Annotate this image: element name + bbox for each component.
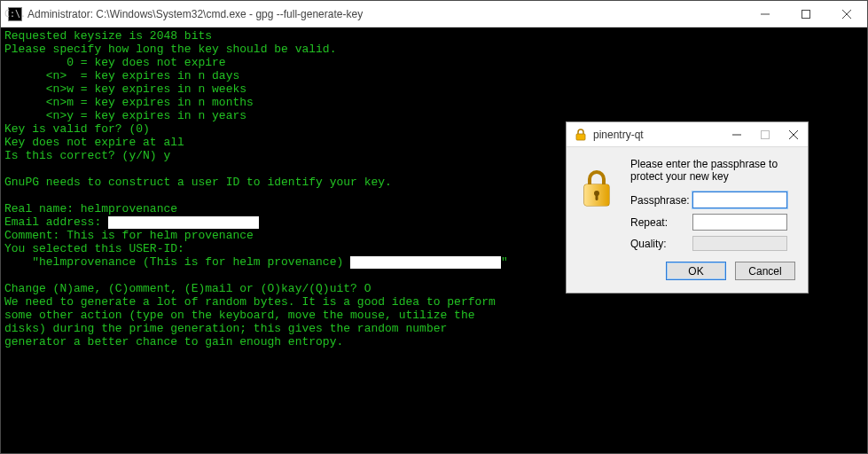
cmd-line: GnuPG needs to construct a user ID to id… bbox=[4, 176, 392, 189]
cmd-line: Is this correct? (y/N) y bbox=[4, 149, 170, 162]
passphrase-label: Passphrase: bbox=[630, 194, 692, 207]
cmd-line: Key is valid for? (0) bbox=[4, 122, 150, 136]
window-controls bbox=[745, 1, 867, 27]
cmd-line: <n>y = key expires in n years bbox=[4, 109, 246, 122]
cmd-title: Administrator: C:\Windows\System32\cmd.e… bbox=[27, 8, 745, 20]
redacted-email bbox=[108, 216, 259, 229]
minimize-button[interactable] bbox=[745, 1, 786, 27]
cmd-line: Requested keysize is 2048 bits bbox=[4, 29, 212, 43]
close-icon bbox=[789, 130, 798, 139]
repeat-label: Repeat: bbox=[630, 216, 692, 229]
cmd-line: some other action (type on the keyboard,… bbox=[4, 309, 475, 322]
cancel-button[interactable]: Cancel bbox=[735, 262, 795, 280]
cmd-line: Real name: helmprovenance bbox=[4, 202, 177, 215]
pinentry-title: pinentry-qt bbox=[593, 129, 723, 141]
passphrase-input[interactable] bbox=[692, 192, 787, 208]
pinentry-body: Please enter the passphrase to protect y… bbox=[567, 147, 808, 293]
minimize-icon bbox=[761, 10, 770, 19]
cmd-icon: C:\. bbox=[8, 7, 22, 21]
maximize-icon bbox=[802, 10, 810, 19]
quality-meter bbox=[692, 236, 787, 251]
ok-button[interactable]: OK bbox=[666, 262, 726, 280]
maximize-icon bbox=[761, 130, 770, 139]
pinentry-window-controls bbox=[723, 122, 808, 146]
cmd-line: You selected this USER-ID: bbox=[4, 242, 184, 255]
repeat-input[interactable] bbox=[692, 214, 787, 231]
pin-close-button[interactable] bbox=[779, 122, 808, 146]
cmd-line: " bbox=[501, 255, 508, 269]
cmd-line: Email address: bbox=[4, 215, 108, 229]
cmd-line: "helmprovenance (This is for helm proven… bbox=[4, 255, 350, 269]
pinentry-titlebar[interactable]: pinentry-qt bbox=[567, 122, 808, 147]
redacted-userid bbox=[350, 256, 501, 269]
cmd-line: generator a better chance to gain enough… bbox=[4, 335, 343, 348]
cmd-line: <n> = key expires in n days bbox=[4, 69, 239, 82]
pinentry-dialog: pinentry-qt bbox=[566, 121, 809, 294]
maximize-button[interactable] bbox=[786, 1, 826, 27]
cmd-line: Change (N)ame, (C)omment, (E)mail or (O)… bbox=[4, 282, 371, 295]
svg-rect-1 bbox=[802, 10, 810, 18]
pin-minimize-button[interactable] bbox=[723, 122, 751, 146]
pinentry-instruction: Please enter the passphrase to protect y… bbox=[630, 158, 795, 183]
close-button[interactable] bbox=[826, 1, 867, 27]
svg-rect-4 bbox=[576, 134, 585, 140]
svg-rect-12 bbox=[596, 194, 598, 200]
pin-maximize-button bbox=[751, 122, 779, 146]
cmd-line: 0 = key does not expire bbox=[4, 56, 226, 69]
minimize-icon bbox=[732, 130, 741, 139]
cmd-line: Key does not expire at all bbox=[4, 136, 184, 149]
lock-icon bbox=[574, 128, 588, 142]
close-icon bbox=[842, 10, 851, 19]
cmd-line: <n>m = key expires in n months bbox=[4, 96, 254, 109]
svg-rect-6 bbox=[762, 130, 770, 138]
lock-large-icon bbox=[579, 167, 614, 209]
cmd-line: disks) during the prime generation; this… bbox=[4, 322, 447, 335]
cmd-line: <n>w = key expires in n weeks bbox=[4, 82, 246, 96]
cmd-line: We need to generate a lot of random byte… bbox=[4, 295, 496, 309]
cmd-titlebar[interactable]: C:\. Administrator: C:\Windows\System32\… bbox=[1, 1, 867, 27]
quality-label: Quality: bbox=[630, 238, 692, 250]
cmd-line: Comment: This is for helm provenance bbox=[4, 229, 254, 242]
cmd-line: Please specify how long the key should b… bbox=[4, 43, 336, 56]
